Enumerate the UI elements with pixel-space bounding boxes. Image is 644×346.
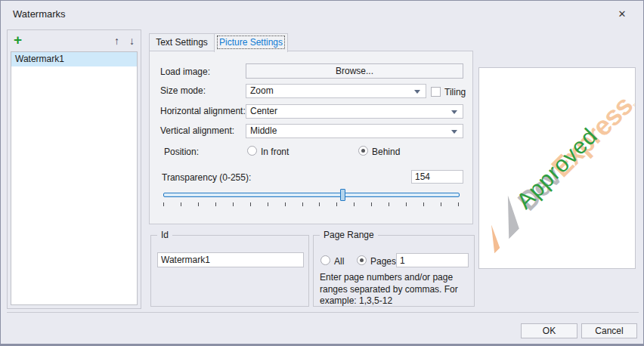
horizontal-alignment-dropdown[interactable]: Center [246, 104, 463, 119]
all-pages-radio[interactable] [320, 255, 330, 265]
move-down-icon[interactable]: ↓ [129, 35, 135, 47]
tiling-checkbox[interactable] [431, 87, 441, 97]
picture-settings-page: Load image: Browse... Size mode: Zoom Ti… [149, 51, 473, 224]
page-range-title: Page Range [320, 230, 378, 240]
pages-input[interactable] [396, 253, 469, 267]
tab-picture-settings[interactable]: Picture Settings [214, 33, 288, 52]
vertical-alignment-label: Vertical alignment: [160, 125, 234, 136]
page-range-groupbox: Page Range All Pages: Enter page numbers… [313, 235, 475, 307]
transparency-slider-handle[interactable] [340, 189, 345, 201]
load-image-label: Load image: [160, 66, 210, 77]
transparency-label: Transparency (0-255): [162, 172, 251, 183]
watermarks-dialog: Watermarks ✕ + ↑ ↓ Watermark1 Text Setti… [0, 0, 644, 346]
slider-tick-marks [163, 202, 460, 207]
transparency-slider-track[interactable] [163, 193, 460, 197]
pages-radio[interactable] [357, 255, 367, 265]
position-label: Position: [164, 147, 199, 157]
titlebar: Watermarks ✕ [1, 1, 643, 28]
browse-button[interactable]: Browse... [246, 63, 463, 79]
add-watermark-icon[interactable]: + [14, 32, 22, 48]
transparency-input[interactable] [411, 170, 463, 184]
list-item-watermark1[interactable]: Watermark1 [11, 52, 137, 66]
id-input[interactable] [157, 252, 304, 267]
size-mode-dropdown[interactable]: Zoom [246, 84, 426, 98]
size-mode-label: Size mode: [160, 85, 206, 96]
pages-label: Pages: [370, 256, 398, 267]
approved-text-watermark: Approved [512, 122, 603, 214]
chevron-down-icon [451, 130, 457, 134]
id-groupbox: Id [150, 235, 309, 307]
close-icon[interactable]: ✕ [615, 7, 630, 22]
chevron-down-icon [414, 90, 420, 94]
watermark-preview-page: Dev Express ™ Approved [478, 67, 636, 269]
horizontal-alignment-label: Horizontal alignment: [160, 106, 246, 116]
footer-separator [7, 312, 639, 313]
id-group-title: Id [157, 230, 172, 240]
behind-label: Behind [372, 147, 400, 157]
page-range-help-text: Enter page numbers and/or page ranges se… [320, 272, 472, 307]
watermark-list-panel: + ↑ ↓ Watermark1 [7, 29, 141, 309]
watermark-list: Watermark1 [11, 51, 138, 305]
vertical-alignment-dropdown[interactable]: Middle [246, 124, 463, 138]
in-front-label: In front [261, 147, 289, 157]
logo-sail-orange-icon [478, 224, 507, 253]
tab-text-settings[interactable]: Text Settings [149, 33, 215, 51]
dialog-title: Watermarks [13, 8, 66, 20]
ok-button[interactable]: OK [521, 323, 577, 338]
tiling-label: Tiling [444, 87, 466, 97]
in-front-radio[interactable] [247, 146, 257, 156]
move-up-icon[interactable]: ↑ [114, 35, 119, 47]
cancel-button[interactable]: Cancel [581, 323, 637, 338]
behind-radio[interactable] [358, 146, 368, 156]
all-pages-label: All [334, 256, 344, 267]
chevron-down-icon [451, 110, 457, 114]
